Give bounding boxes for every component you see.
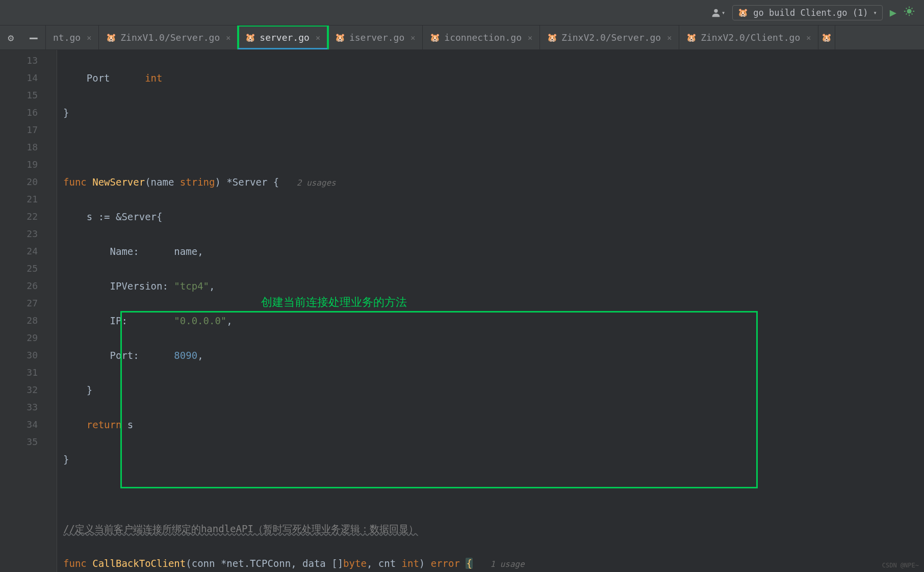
code-line-23: return s	[57, 416, 924, 433]
line-number: 31	[7, 364, 38, 381]
close-icon[interactable]: ✕	[667, 33, 672, 42]
close-icon[interactable]: ✕	[87, 33, 91, 42]
line-number: 30	[7, 347, 38, 364]
line-number: 16	[7, 104, 38, 121]
line-number: 23	[7, 225, 38, 243]
watermark: CSDN @NPE~	[882, 562, 919, 569]
run-button[interactable]: ▶	[890, 6, 896, 19]
user-icon[interactable]: ▾	[710, 7, 725, 18]
line-number: 35	[7, 433, 38, 451]
usage-hint: 1 usage	[490, 559, 524, 569]
editor: 1314151617181920212223242526272829303132…	[0, 50, 924, 572]
gopher-icon: 🐹	[738, 8, 748, 17]
tab-label: ZinxV2.0/Server.go	[561, 32, 661, 43]
gopher-icon: 🐹	[335, 33, 345, 42]
tab-label: iserver.go	[349, 32, 404, 43]
code-line-17: s := &Server{	[57, 208, 924, 225]
line-number: 24	[7, 243, 38, 260]
code-line-21: Port: 8090,	[57, 347, 924, 364]
tab-label: ZinxV1.0/Server.go	[120, 32, 220, 43]
svg-point-0	[714, 9, 717, 12]
code-line-13: Port int	[57, 69, 924, 87]
line-number: 13	[7, 52, 38, 69]
line-number: 29	[7, 329, 38, 347]
line-number: 14	[7, 69, 38, 87]
tab-nt-go[interactable]: nt.go ✕	[46, 25, 99, 49]
code-line-24: }	[57, 451, 924, 468]
tab-zinx2-server[interactable]: 🐹 ZinxV2.0/Server.go ✕	[540, 25, 679, 49]
fold-gutter[interactable]	[47, 50, 57, 572]
breakpoint-gutter[interactable]	[0, 50, 7, 572]
code-line-19: IPVersion: "tcp4",	[57, 277, 924, 295]
top-toolbar: ▾ 🐹 go build Client.go (1) ▾ ▶	[0, 0, 924, 25]
gopher-icon: 🐹	[245, 33, 255, 42]
code-line-27: func CallBackToClient(conn *net.TCPConn,…	[57, 555, 924, 572]
chevron-down-icon: ▾	[722, 9, 725, 16]
line-number: 22	[7, 208, 38, 225]
line-number: 33	[7, 399, 38, 416]
gopher-icon: 🐹	[822, 33, 832, 42]
line-number: 27	[7, 295, 38, 312]
line-number: 25	[7, 260, 38, 277]
code-line-22: }	[57, 381, 924, 399]
code-line-14: }	[57, 104, 924, 121]
gopher-icon: 🐹	[106, 33, 116, 42]
code-line-15	[57, 139, 924, 156]
close-icon[interactable]: ✕	[226, 33, 230, 42]
annotation-label: 创建当前连接处理业务的方法	[261, 294, 407, 311]
close-icon[interactable]: ✕	[528, 33, 532, 42]
code-line-26: //定义当前客户端连接所绑定的handleAPI（暂时写死处理业务逻辑：数据回显…	[57, 520, 924, 537]
close-icon[interactable]: ✕	[316, 33, 320, 42]
line-number: 28	[7, 312, 38, 329]
tab-overflow[interactable]: 🐹	[818, 25, 835, 49]
gear-icon[interactable]: ⚙	[8, 32, 14, 44]
code-line-16: func NewServer(name string) *Server { 2 …	[57, 173, 924, 191]
tabs-container: nt.go ✕ 🐹 ZinxV1.0/Server.go ✕ 🐹 server.…	[46, 25, 924, 49]
code-area[interactable]: Port int } func NewServer(name string) *…	[57, 50, 924, 572]
gopher-icon: 🐹	[430, 33, 440, 42]
chevron-down-icon: ▾	[874, 9, 877, 16]
line-number: 20	[7, 173, 38, 191]
run-config-selector[interactable]: 🐹 go build Client.go (1) ▾	[732, 5, 882, 20]
code-line-18: Name: name,	[57, 243, 924, 260]
tab-label: server.go	[260, 32, 310, 43]
line-number: 26	[7, 277, 38, 295]
gopher-icon: 🐹	[686, 33, 697, 42]
line-number: 21	[7, 191, 38, 208]
line-number-gutter[interactable]: 1314151617181920212223242526272829303132…	[7, 50, 47, 572]
tab-server-go[interactable]: 🐹 server.go ✕	[238, 25, 328, 49]
editor-tab-bar: ⚙ — nt.go ✕ 🐹 ZinxV1.0/Server.go ✕ 🐹 ser…	[0, 25, 924, 50]
line-number: 34	[7, 416, 38, 433]
line-number: 32	[7, 381, 38, 399]
gopher-icon: 🐹	[547, 33, 557, 42]
svg-point-1	[907, 9, 911, 13]
tab-label: ZinxV2.0/Client.go	[701, 32, 800, 43]
line-number: 15	[7, 87, 38, 104]
tab-label: iconnection.go	[444, 32, 522, 43]
line-number: 18	[7, 139, 38, 156]
tab-iconnection-go[interactable]: 🐹 iconnection.go ✕	[423, 25, 540, 49]
tab-label: nt.go	[53, 32, 81, 43]
code-line-25	[57, 485, 924, 503]
usage-hint: 2 usages	[297, 178, 336, 188]
line-number: 17	[7, 121, 38, 139]
tab-zinx2-client[interactable]: 🐹 ZinxV2.0/Client.go ✕	[679, 25, 818, 49]
debug-button[interactable]	[904, 6, 915, 19]
run-config-label: go build Client.go (1)	[753, 8, 868, 18]
tab-bar-controls: ⚙ —	[0, 25, 46, 49]
hide-icon[interactable]: —	[30, 30, 38, 45]
close-icon[interactable]: ✕	[806, 33, 811, 42]
tab-iserver-go[interactable]: 🐹 iserver.go ✕	[328, 25, 423, 49]
code-line-20: IP: "0.0.0.0",	[57, 312, 924, 329]
tab-zinx1-server[interactable]: 🐹 ZinxV1.0/Server.go ✕	[99, 25, 238, 49]
close-icon[interactable]: ✕	[410, 33, 415, 42]
line-number: 19	[7, 156, 38, 173]
